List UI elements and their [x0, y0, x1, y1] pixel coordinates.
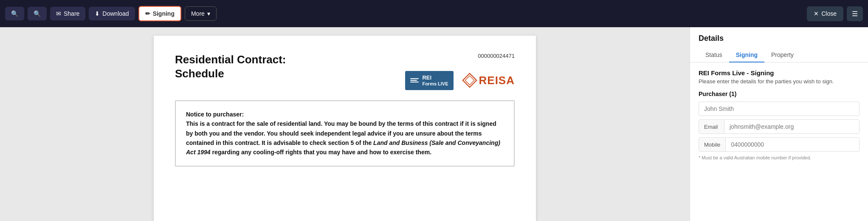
tab-signing[interactable]: Signing [729, 48, 764, 62]
email-row: Email [699, 119, 860, 134]
close-button[interactable]: ✕ Close [807, 6, 843, 21]
document-id: 000000024471 [478, 53, 515, 59]
tab-property[interactable]: Property [764, 48, 800, 62]
signing-description: Please enter the details for the parties… [699, 78, 860, 85]
mail-icon: ✉ [56, 10, 61, 17]
mobile-note: * Must be a valid Australian mobile numb… [699, 155, 860, 160]
signing-button[interactable]: ✏ Signing [138, 6, 181, 21]
notice-box: Notice to purchaser: This is a contract … [175, 100, 515, 167]
document-header: Residential Contract: Schedule 000000024… [175, 53, 515, 90]
toolbar: 🔍 🔍 ✉ Share ⬇ Download ✏ Signing More ▾ … [0, 0, 868, 27]
reisa-logo: REISA [462, 73, 515, 88]
pen-icon: ✏ [145, 10, 150, 17]
reisa-text: REISA [479, 74, 515, 87]
notice-content: Notice to purchaser: This is a contract … [186, 110, 504, 157]
search1-button[interactable]: 🔍 [5, 7, 24, 20]
page-title: Residential Contract: Schedule [175, 53, 405, 80]
reisa-diamond-icon [462, 73, 477, 88]
toolbar-right: ✕ Close ☰ [807, 6, 863, 21]
menu-button[interactable]: ☰ [847, 6, 863, 21]
email-label: Email [699, 120, 724, 133]
chevron-down-icon: ▾ [207, 10, 210, 17]
document-page: Residential Contract: Schedule 000000024… [154, 36, 536, 221]
mobile-row: Mobile [699, 137, 860, 152]
close-x-icon: ✕ [814, 10, 819, 17]
panel-body: REI Forms Live - Signing Please enter th… [690, 62, 868, 221]
details-heading: Details [699, 34, 860, 43]
document-title: Residential Contract: Schedule [175, 53, 405, 80]
rei-logo-text: REI Forms LIVE [422, 74, 448, 87]
document-area: Residential Contract: Schedule 000000024… [0, 27, 690, 221]
rei-lines-icon [410, 78, 419, 82]
right-panel: Details Status Signing Property REI Form… [690, 27, 868, 221]
main-layout: Residential Contract: Schedule 000000024… [0, 27, 868, 221]
logo-row: REI Forms LIVE REISA [405, 71, 515, 90]
mobile-label: Mobile [699, 138, 726, 151]
signing-subtitle: REI Forms Live - Signing [699, 69, 860, 76]
panel-tabs: Status Signing Property [690, 48, 868, 62]
tab-status[interactable]: Status [699, 48, 729, 62]
more-button[interactable]: More ▾ [185, 6, 217, 21]
mobile-input[interactable] [726, 138, 859, 151]
download-icon: ⬇ [95, 10, 100, 17]
document-logos: 000000024471 REI Forms LIVE [405, 53, 515, 90]
search1-icon: 🔍 [11, 10, 18, 17]
email-input[interactable] [724, 120, 859, 133]
search2-icon: 🔍 [34, 10, 41, 17]
notice-title: Notice to purchaser: [186, 111, 244, 118]
download-button[interactable]: ⬇ Download [89, 7, 135, 20]
act-name: Land and Business (Sale and Conveyancing… [186, 139, 500, 156]
panel-header: Details [690, 27, 868, 48]
purchaser-name-input[interactable] [699, 102, 860, 116]
share-button[interactable]: ✉ Share [50, 7, 85, 20]
hamburger-icon: ☰ [852, 10, 858, 17]
notice-body: This is a contract for the sale of resid… [186, 120, 500, 156]
search2-button[interactable]: 🔍 [28, 7, 47, 20]
purchaser-label: Purchaser (1) [699, 91, 860, 97]
rei-forms-live-logo: REI Forms LIVE [405, 71, 453, 90]
